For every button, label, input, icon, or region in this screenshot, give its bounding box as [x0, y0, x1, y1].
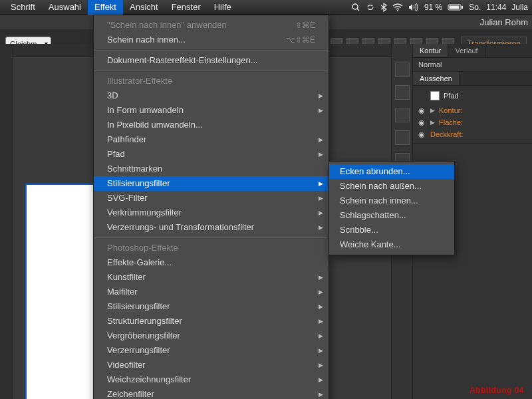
- menu-item[interactable]: Strukturierungsfilter: [94, 314, 329, 329]
- volume-icon[interactable]: [408, 3, 419, 11]
- menu-apply-last: "Schein nach innen" anwenden ⇧⌘E: [94, 18, 329, 33]
- battery-icon[interactable]: [448, 3, 464, 11]
- blend-section: Normal: [413, 58, 532, 72]
- submenu-item[interactable]: Ecken abrunden...: [329, 164, 454, 179]
- panel-tabs2: Aussehen: [413, 72, 532, 86]
- clock-time: 11:44: [486, 3, 506, 12]
- menu-item[interactable]: Effekte-Galerie...: [94, 255, 329, 270]
- menubar-left: Schrift Auswahl Effekt Ansicht Fenster H…: [4, 0, 238, 15]
- menu-schrift[interactable]: Schrift: [4, 0, 42, 15]
- menu-item[interactable]: Stilisierungsfilter: [94, 299, 329, 314]
- submenu-item[interactable]: Schlagschatten...: [329, 208, 454, 223]
- sync-icon[interactable]: [366, 3, 375, 12]
- disclosure-icon[interactable]: ▶: [430, 107, 435, 114]
- appearance-row-deckkraft[interactable]: ◉Deckkraft:: [418, 128, 527, 140]
- menu-item[interactable]: Stilisierungsfilter: [94, 176, 329, 191]
- menu-shortcut: ⇧⌘E: [295, 18, 315, 33]
- tab-verlauf[interactable]: Verlauf: [448, 44, 485, 57]
- appearance-path-row[interactable]: Pfad: [418, 88, 527, 104]
- appearance-row-kontur[interactable]: ◉▶Kontur:: [418, 104, 527, 116]
- panel-icon-grid[interactable]: [395, 63, 410, 77]
- menu-raster-settings[interactable]: Dokument-Rastereffekt-Einstellungen...: [94, 53, 329, 68]
- menu-heading-illustrator: Illustrator-Effekte: [94, 74, 329, 88]
- menu-auswahl[interactable]: Auswahl: [42, 0, 88, 15]
- row-label: Kontur:: [439, 106, 462, 114]
- menu-item[interactable]: Weichzeichnungsfilter: [94, 372, 329, 387]
- spotlight-icon[interactable]: [351, 3, 360, 12]
- clock-day: So.: [469, 3, 481, 12]
- menu-label: "Schein nach innen" anwenden: [107, 18, 227, 33]
- menu-label: Schein nach innen...: [107, 33, 186, 47]
- user-label[interactable]: Julian Rohm: [480, 17, 528, 27]
- tab-kontur[interactable]: Kontur: [413, 44, 448, 57]
- battery-pct: 91 %: [424, 3, 442, 12]
- menu-shortcut: ⌥⇧⌘E: [286, 33, 315, 47]
- menu-item[interactable]: SVG-Filter: [94, 191, 329, 205]
- panel-tabs: Kontur Verlauf: [413, 44, 532, 58]
- tab-aussehen[interactable]: Aussehen: [413, 72, 460, 85]
- submenu-item[interactable]: Schein nach innen...: [329, 194, 454, 208]
- submenu-item[interactable]: Weiche Kante...: [329, 237, 454, 252]
- menu-fenster[interactable]: Fenster: [165, 0, 207, 15]
- ruler-vertical: [0, 44, 13, 399]
- menu-effekt[interactable]: Effekt: [88, 0, 123, 15]
- effekt-menu: "Schein nach innen" anwenden ⇧⌘E Schein …: [93, 15, 329, 399]
- wifi-icon[interactable]: [392, 3, 403, 11]
- swatch-icon: [430, 91, 440, 100]
- row-label: Deckkraft:: [430, 130, 464, 138]
- panel-icon-artboards[interactable]: [395, 108, 410, 122]
- svg-line-1: [357, 9, 359, 11]
- menu-apply-again[interactable]: Schein nach innen... ⌥⇧⌘E: [94, 33, 329, 47]
- svg-rect-5: [462, 6, 463, 9]
- svg-point-2: [397, 10, 398, 11]
- disclosure-icon[interactable]: ▶: [430, 119, 435, 126]
- menu-item[interactable]: Vergröberungsfilter: [94, 329, 329, 343]
- menu-item[interactable]: In Pixelbild umwandeln...: [94, 118, 329, 132]
- bluetooth-icon[interactable]: [380, 3, 387, 12]
- row-label: Fläche:: [439, 118, 463, 126]
- appearance-section: Pfad ◉▶Kontur: ◉▶Fläche: ◉Deckkraft:: [413, 86, 532, 144]
- menu-item[interactable]: Verzerrungsfilter: [94, 343, 329, 358]
- menu-hilfe[interactable]: Hilfe: [207, 0, 238, 15]
- panel-icon-layers[interactable]: [395, 85, 410, 100]
- menu-item[interactable]: In Form umwandeln: [94, 103, 329, 118]
- menu-item[interactable]: Pfad: [94, 147, 329, 162]
- svg-point-0: [352, 4, 358, 9]
- menu-item[interactable]: Pathfinder: [94, 132, 329, 147]
- menu-item[interactable]: Schnittmarken: [94, 162, 329, 176]
- svg-rect-4: [450, 5, 460, 9]
- menubar-right: 91 % So. 11:44 Julia: [351, 3, 528, 12]
- menu-item[interactable]: Malfilter: [94, 285, 329, 299]
- menu-item[interactable]: Verkrümmungsfilter: [94, 205, 329, 220]
- menu-item[interactable]: Videofilter: [94, 358, 329, 372]
- submenu-item[interactable]: Schein nach außen...: [329, 179, 454, 194]
- appearance-row-flaeche[interactable]: ◉▶Fläche:: [418, 116, 527, 128]
- menu-item[interactable]: Kunstfilter: [94, 270, 329, 285]
- macos-menubar: Schrift Auswahl Effekt Ansicht Fenster H…: [0, 0, 532, 15]
- user-short: Julia: [511, 3, 528, 12]
- submenu-item[interactable]: Scribble...: [329, 223, 454, 237]
- stilisierung-submenu: Ecken abrunden...Schein nach außen...Sch…: [329, 161, 455, 255]
- eye-icon[interactable]: ◉: [418, 118, 426, 126]
- menu-item[interactable]: 3D: [94, 88, 329, 103]
- menu-item[interactable]: Zeichenfilter: [94, 387, 329, 399]
- figure-caption: Abbildung 04: [469, 386, 524, 395]
- eye-icon[interactable]: ◉: [418, 130, 426, 138]
- eye-icon[interactable]: ◉: [418, 106, 426, 114]
- menu-heading-photoshop: Photoshop-Effekte: [94, 241, 329, 255]
- pfad-label: Pfad: [444, 92, 459, 100]
- menu-ansicht[interactable]: Ansicht: [123, 0, 165, 15]
- panel-icon-symbols[interactable]: [395, 130, 410, 145]
- menu-item[interactable]: Verzerrungs- und Transformationsfilter: [94, 220, 329, 235]
- blend-mode-value[interactable]: Normal: [418, 61, 442, 68]
